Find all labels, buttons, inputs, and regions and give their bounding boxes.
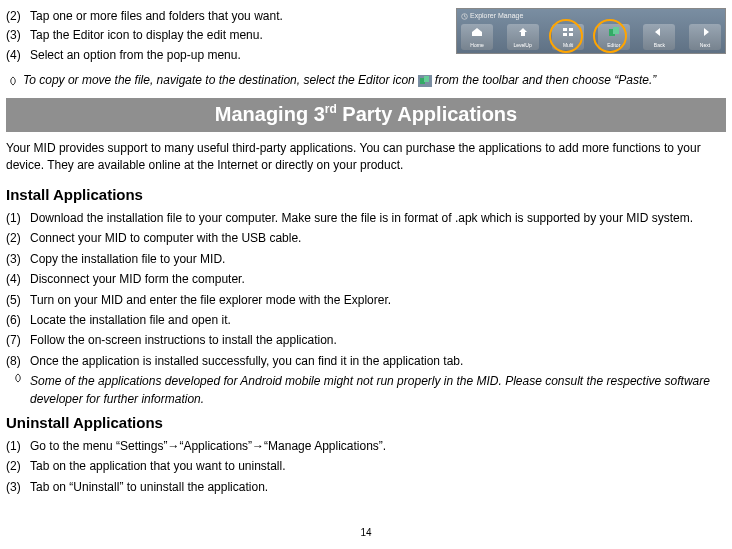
step-number: (6) [6,312,30,329]
toolbar-label: Next [700,42,710,49]
svg-rect-2 [569,28,573,31]
step-item: (7)Follow the on-screen instructions to … [6,332,726,349]
step-item: (4)Disconnect your MID form the computer… [6,271,726,288]
step-number: (4) [6,271,30,288]
copy-note-pre: To copy or move the file, navigate to th… [23,72,415,89]
step-number: (3) [6,27,30,44]
install-list: (1)Download the installation file to you… [6,210,726,370]
svg-rect-1 [563,28,567,31]
toolbar-label: Editor [607,42,620,49]
step-number: (3) [6,479,30,496]
step-text: Tab on the application that you want to … [30,458,286,475]
svg-rect-9 [424,76,429,82]
toolbar-back-icon: Back [643,24,675,50]
toolbar-next-icon: Next [689,24,721,50]
step-item: (2)Tab on the application that you want … [6,458,726,475]
step-item: (3)Copy the installation file to your MI… [6,251,726,268]
step-number: (3) [6,251,30,268]
step-item: (5)Turn on your MID and enter the file e… [6,292,726,309]
toolbar-levelup-icon: LevelUp [507,24,539,50]
editor-inline-icon [418,75,432,87]
step-item: (1)Download the installation file to you… [6,210,726,227]
top-steps: (2) Tap one or more files and folders th… [6,8,446,66]
step-number: (7) [6,332,30,349]
step-text: Tap one or more files and folders that y… [30,8,283,25]
step-number: (2) [6,230,30,247]
install-heading: Install Applications [6,184,726,206]
banner-post: Party Applications [337,103,517,125]
step-number: (8) [6,353,30,370]
section-banner: Managing 3rd Party Applications [6,98,726,132]
step-number: (2) [6,8,30,25]
toolbar-multi-icon: Multi [552,24,584,50]
svg-rect-6 [613,27,619,34]
step-number: (1) [6,210,30,227]
intro-text: Your MID provides support to many useful… [6,140,726,175]
page-number: 14 [6,526,726,541]
toolbar-home-icon: Home [461,24,493,50]
step-text: Turn on your MID and enter the file expl… [30,292,391,309]
step-text: Tap the Editor icon to display the edit … [30,27,263,44]
note-bullet-icon [6,75,20,87]
svg-rect-3 [563,33,567,36]
step-item: (4) Select an option from the pop-up men… [6,47,446,64]
copy-note: To copy or move the file, navigate to th… [6,72,726,89]
step-item: (1)Go to the menu “Settings”→“Applicatio… [6,438,726,455]
step-item: (2)Connect your MID to computer with the… [6,230,726,247]
install-note: Some of the applications developed for A… [6,373,726,408]
top-row: (2) Tap one or more files and folders th… [6,8,726,66]
step-item: (2) Tap one or more files and folders th… [6,8,446,25]
toolbar-label: LevelUp [513,42,531,49]
toolbar-header: Explorer Manage [461,11,523,21]
copy-note-post: from the toolbar and then choose “Paste.… [435,72,656,89]
step-item: (8)Once the application is installed suc… [6,353,726,370]
toolbar-label: Multi [563,42,574,49]
banner-sup: rd [325,102,337,116]
toolbar-title: Explorer Manage [470,11,523,21]
toolbar-screenshot: Explorer Manage Home LevelUp Multi Edito… [456,8,726,54]
step-text: Locate the installation file and open it… [30,312,231,329]
toolbar-icons: Home LevelUp Multi Editor Back Next [461,24,721,50]
step-item: (3)Tab on “Uninstall” to uninstall the a… [6,479,726,496]
step-number: (4) [6,47,30,64]
step-item: (3) Tap the Editor icon to display the e… [6,27,446,44]
step-number: (5) [6,292,30,309]
step-text: Tab on “Uninstall” to uninstall the appl… [30,479,268,496]
step-text: Download the installation file to your c… [30,210,693,227]
banner-pre: Managing 3 [215,103,325,125]
step-text: Once the application is installed succes… [30,353,463,370]
toolbar-label: Home [470,42,483,49]
note-bullet-icon [6,373,30,408]
svg-rect-4 [569,33,573,36]
step-text: Connect your MID to computer with the US… [30,230,301,247]
step-number: (1) [6,438,30,455]
uninstall-list: (1)Go to the menu “Settings”→“Applicatio… [6,438,726,496]
step-text: Copy the installation file to your MID. [30,251,225,268]
toolbar-label: Back [654,42,665,49]
install-note-text: Some of the applications developed for A… [30,373,726,408]
toolbar-editor-icon: Editor [598,24,630,50]
uninstall-heading: Uninstall Applications [6,412,726,434]
step-text: Disconnect your MID form the computer. [30,271,245,288]
step-text: Follow the on-screen instructions to ins… [30,332,337,349]
step-item: (6)Locate the installation file and open… [6,312,726,329]
step-text: Select an option from the pop-up menu. [30,47,241,64]
step-text: Go to the menu “Settings”→“Applications”… [30,438,386,455]
step-number: (2) [6,458,30,475]
